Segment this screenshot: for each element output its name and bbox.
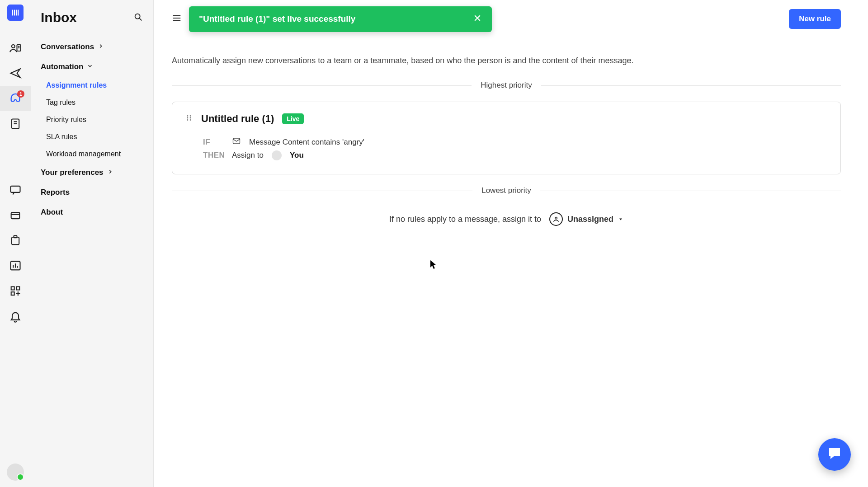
mail-icon <box>232 136 241 148</box>
svg-point-36 <box>190 117 191 119</box>
inbox-badge: 1 <box>17 90 24 98</box>
nav-about[interactable]: About <box>41 202 143 222</box>
toast-close-button[interactable] <box>473 14 482 25</box>
caret-down-icon <box>618 215 623 224</box>
main-content: "Untitled rule (1)" set live successfull… <box>154 0 868 487</box>
nav-conversations-label: Conversations <box>41 42 94 52</box>
svg-point-33 <box>187 117 189 119</box>
rail-item-messages[interactable] <box>0 177 31 202</box>
nav-reports[interactable]: Reports <box>41 183 143 202</box>
rail-item-apps[interactable] <box>0 278 31 304</box>
rule-condition: Message Content contains 'angry' <box>249 138 364 147</box>
svg-line-26 <box>139 18 142 20</box>
svg-rect-1 <box>14 10 15 16</box>
svg-rect-20 <box>11 287 14 290</box>
svg-rect-38 <box>233 138 240 144</box>
svg-rect-0 <box>12 10 13 16</box>
cursor-pointer-icon <box>430 260 437 269</box>
svg-point-25 <box>135 14 140 19</box>
user-avatar[interactable] <box>7 464 24 481</box>
rail-item-tasks[interactable] <box>0 228 31 253</box>
assignee-avatar <box>272 150 282 160</box>
fallback-text: If no rules apply to a message, assign i… <box>389 215 541 224</box>
nav-rail: 1 <box>0 0 31 487</box>
nav-item-priority-rules[interactable]: Priority rules <box>46 111 143 128</box>
new-rule-button[interactable]: New rule <box>789 9 841 29</box>
svg-marker-40 <box>619 218 622 220</box>
hamburger-icon[interactable] <box>172 13 182 25</box>
rail-item-notifications[interactable] <box>0 304 31 329</box>
svg-point-32 <box>187 115 189 117</box>
search-icon <box>133 17 143 23</box>
chevron-down-icon <box>87 62 93 71</box>
svg-rect-2 <box>16 10 17 16</box>
svg-rect-22 <box>11 292 14 295</box>
rule-then-label: THEN <box>203 151 224 160</box>
divider-highest: Highest priority <box>172 81 841 90</box>
svg-point-34 <box>187 119 189 121</box>
chat-launcher-button[interactable] <box>818 438 851 471</box>
page-description: Automatically assign new conversations t… <box>172 56 841 66</box>
divider-lowest-label: Lowest priority <box>472 186 540 195</box>
nav-item-sla-rules[interactable]: SLA rules <box>46 128 143 145</box>
rule-name: Untitled rule (1) <box>201 113 274 125</box>
rule-action-prefix: Assign to <box>232 151 264 160</box>
svg-point-35 <box>190 115 191 117</box>
app-logo[interactable] <box>7 5 24 21</box>
chevron-right-icon <box>98 42 104 52</box>
close-icon <box>473 15 482 24</box>
nav-conversations[interactable]: Conversations <box>41 37 143 57</box>
rule-if-label: IF <box>203 138 224 147</box>
nav-automation[interactable]: Automation <box>41 57 143 77</box>
rule-status-badge: Live <box>282 113 304 124</box>
rail-item-inbox[interactable]: 1 <box>0 86 31 111</box>
divider-highest-label: Highest priority <box>472 81 541 90</box>
rail-item-contacts[interactable] <box>0 35 31 61</box>
svg-point-37 <box>190 119 191 121</box>
rail-item-library[interactable] <box>0 202 31 228</box>
fallback-assignee-select[interactable]: Unassigned <box>549 212 623 226</box>
toast-message: "Untitled rule (1)" set live successfull… <box>199 14 355 24</box>
divider-lowest: Lowest priority <box>172 186 841 195</box>
search-button[interactable] <box>133 12 143 23</box>
rule-action-target: You <box>290 151 304 160</box>
chevron-right-icon <box>107 168 113 177</box>
nav-preferences[interactable]: Your preferences <box>41 163 143 183</box>
success-toast: "Untitled rule (1)" set live successfull… <box>189 6 492 32</box>
rail-item-articles[interactable] <box>0 111 31 136</box>
svg-marker-41 <box>430 260 436 269</box>
nav-automation-label: Automation <box>41 62 83 71</box>
sidebar: Inbox Conversations Automation Assignmen… <box>31 0 154 487</box>
chat-icon <box>826 445 843 464</box>
nav-preferences-label: Your preferences <box>41 168 104 177</box>
rule-card[interactable]: Untitled rule (1) Live IF Message Conten… <box>172 102 841 174</box>
fallback-value: Unassigned <box>567 215 613 224</box>
rail-item-reports[interactable] <box>0 253 31 278</box>
user-circle-icon <box>549 212 563 226</box>
svg-rect-11 <box>11 186 20 192</box>
svg-point-39 <box>555 217 557 220</box>
drag-handle-icon[interactable] <box>185 114 193 124</box>
svg-rect-15 <box>14 236 17 238</box>
nav-item-tag-rules[interactable]: Tag rules <box>46 94 143 111</box>
sidebar-title: Inbox <box>41 10 77 25</box>
svg-rect-14 <box>12 237 19 244</box>
svg-rect-3 <box>18 10 19 16</box>
nav-item-workload-management[interactable]: Workload management <box>46 145 143 163</box>
nav-item-assignment-rules[interactable]: Assignment rules <box>46 77 143 94</box>
svg-rect-21 <box>16 287 19 290</box>
svg-rect-12 <box>11 212 20 219</box>
rail-item-outbound[interactable] <box>0 61 31 86</box>
svg-point-4 <box>12 45 15 48</box>
